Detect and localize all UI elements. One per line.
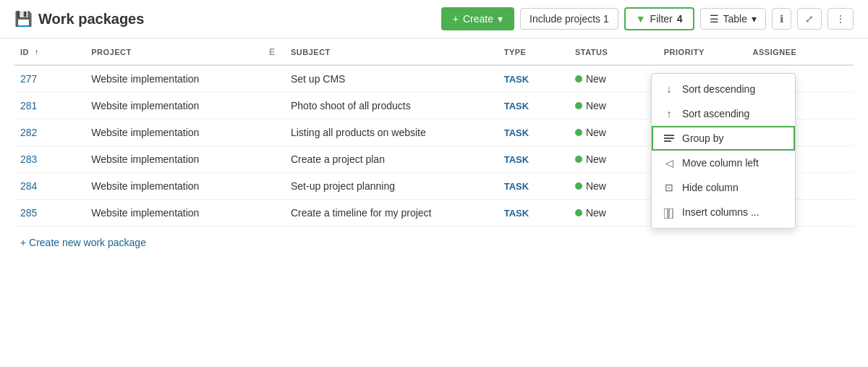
cell-status: New xyxy=(569,200,658,227)
type-label: TASK xyxy=(504,74,529,85)
create-label: Create xyxy=(463,13,493,25)
filter-label: Filter xyxy=(650,13,673,25)
cell-e xyxy=(263,173,285,200)
filter-count-badge: 4 xyxy=(677,13,683,25)
cell-type: TASK xyxy=(498,93,569,119)
cell-id: 284 xyxy=(14,173,85,200)
cell-status: New xyxy=(569,93,658,119)
hide-column-icon: ⊡ xyxy=(663,182,675,193)
menu-item-move-left[interactable]: ◁ Move column left xyxy=(652,151,795,175)
sort-desc-icon: ↓ xyxy=(663,83,675,95)
include-projects-button[interactable]: Include projects 1 xyxy=(520,8,618,30)
col-header-assignee[interactable]: ASSIGNEE xyxy=(747,38,854,65)
expand-button[interactable]: ⤢ xyxy=(797,8,822,30)
more-button[interactable]: ⋮ xyxy=(827,8,854,30)
create-chevron-icon: ▾ xyxy=(498,13,503,25)
table-icon: ☰ xyxy=(710,13,719,25)
type-label: TASK xyxy=(504,101,529,111)
cell-id: 285 xyxy=(14,200,85,227)
filter-icon: ▼ xyxy=(636,13,646,25)
group-by-label: Group by xyxy=(682,132,724,144)
include-projects-count: 1 xyxy=(603,13,609,25)
info-button[interactable]: ℹ xyxy=(772,8,791,30)
cell-status: New xyxy=(569,65,658,93)
cell-project: Website implementation xyxy=(85,146,263,173)
status-dot xyxy=(575,129,582,136)
cell-e xyxy=(263,119,285,146)
menu-item-sort-asc[interactable]: ↑ Sort ascending xyxy=(652,101,795,126)
col-header-e[interactable]: E xyxy=(263,38,285,65)
cell-type: TASK xyxy=(498,173,569,200)
cell-type: TASK xyxy=(498,200,569,227)
svg-rect-2 xyxy=(664,140,671,142)
svg-rect-1 xyxy=(664,138,674,139)
cell-e xyxy=(263,65,285,93)
cell-subject: Set-up project planning xyxy=(285,173,498,200)
col-header-subject[interactable]: SUBJECT xyxy=(285,38,498,65)
cell-e xyxy=(263,93,285,119)
cell-id: 283 xyxy=(14,146,85,173)
create-button[interactable]: + Create ▾ xyxy=(441,7,514,30)
filter-button[interactable]: ▼ Filter 4 xyxy=(624,7,694,30)
col-header-status[interactable]: STATUS xyxy=(569,38,658,65)
menu-item-hide-column[interactable]: ⊡ Hide column xyxy=(652,175,795,200)
id-link[interactable]: 281 xyxy=(20,100,37,111)
menu-item-group-by[interactable]: Group by xyxy=(652,126,795,151)
sort-asc-icon: ↑ xyxy=(35,47,40,57)
menu-item-sort-desc[interactable]: ↓ Sort descending xyxy=(652,77,795,101)
cell-subject: Create a timeline for my project xyxy=(285,200,498,227)
table-button[interactable]: ☰ Table ▾ xyxy=(700,8,766,30)
id-link[interactable]: 282 xyxy=(20,127,37,138)
title-area: 💾 Work packages xyxy=(14,10,433,28)
type-label: TASK xyxy=(504,208,529,219)
cell-project: Website implementation xyxy=(85,119,263,146)
group-by-icon xyxy=(663,132,675,144)
cell-subject: Photo shoot of all products xyxy=(285,93,498,119)
col-header-type[interactable]: TYPE xyxy=(498,38,569,65)
create-new-work-package-link[interactable]: + Create new work package xyxy=(14,227,152,258)
cell-id: 282 xyxy=(14,119,85,146)
include-projects-label: Include projects xyxy=(529,13,600,25)
cell-e xyxy=(263,200,285,227)
cell-status: New xyxy=(569,119,658,146)
cell-subject: Create a project plan xyxy=(285,146,498,173)
create-plus: + xyxy=(453,13,459,25)
type-label: TASK xyxy=(504,127,529,138)
id-link[interactable]: 285 xyxy=(20,207,37,219)
table-header: ID ↑ PROJECT E SUBJECT TYPE STATUS PRIOR… xyxy=(14,38,854,65)
col-header-project[interactable]: PROJECT xyxy=(85,38,263,65)
cell-subject: Listing all products on website xyxy=(285,119,498,146)
cell-id: 281 xyxy=(14,93,85,119)
move-left-icon: ◁ xyxy=(663,157,675,169)
save-icon: 💾 xyxy=(14,10,33,28)
cell-e xyxy=(263,146,285,173)
svg-rect-3 xyxy=(664,208,668,219)
move-left-label: Move column left xyxy=(682,157,759,169)
status-dot xyxy=(575,156,582,163)
col-header-priority[interactable]: PRIORITY xyxy=(658,38,747,65)
cell-project: Website implementation xyxy=(85,65,263,93)
svg-rect-0 xyxy=(664,135,674,136)
page-title: Work packages xyxy=(38,11,144,28)
col-header-id[interactable]: ID ↑ xyxy=(14,38,85,65)
cell-type: TASK xyxy=(498,65,569,93)
id-link[interactable]: 284 xyxy=(20,180,37,192)
cell-type: TASK xyxy=(498,119,569,146)
cell-type: TASK xyxy=(498,146,569,173)
cell-status: New xyxy=(569,146,658,173)
cell-project: Website implementation xyxy=(85,200,263,227)
cell-status: New xyxy=(569,173,658,200)
insert-columns-label: Insert columns ... xyxy=(682,206,760,218)
hide-column-label: Hide column xyxy=(682,182,739,193)
context-menu: ↓ Sort descending↑ Sort ascending Group … xyxy=(651,73,796,229)
cell-project: Website implementation xyxy=(85,93,263,119)
status-dot xyxy=(575,182,582,190)
menu-item-insert-columns[interactable]: Insert columns ... xyxy=(652,200,795,224)
id-link[interactable]: 277 xyxy=(20,73,37,85)
cell-id: 277 xyxy=(14,65,85,93)
table-chevron-icon: ▾ xyxy=(752,13,757,25)
id-link[interactable]: 283 xyxy=(20,153,37,165)
cell-project: Website implementation xyxy=(85,173,263,200)
sort-asc-icon: ↑ xyxy=(663,108,675,119)
table-label: Table xyxy=(723,13,747,25)
